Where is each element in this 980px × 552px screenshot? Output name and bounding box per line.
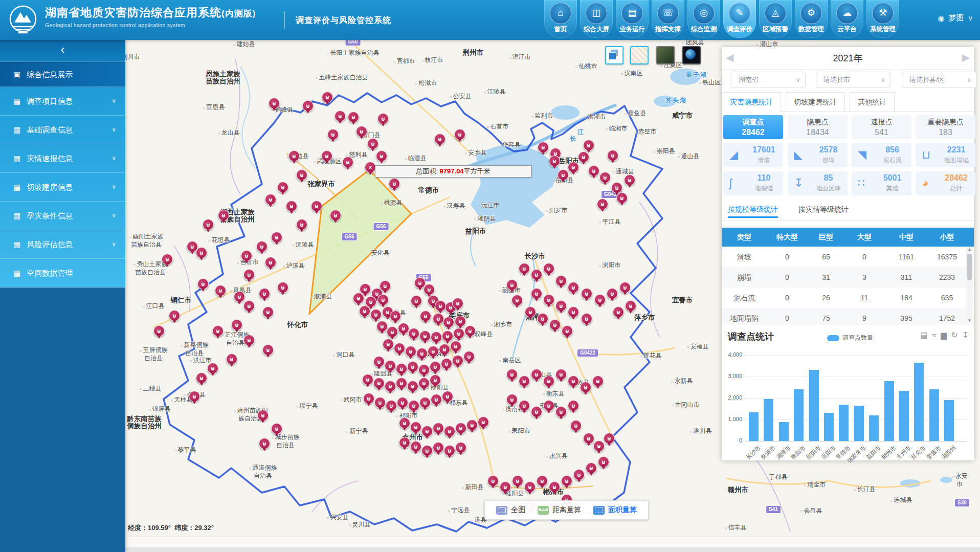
type-card-总计[interactable]: ◕28462总计 [916, 171, 975, 195]
nav-item-数据管理[interactable]: ⚙数据管理 [795, 0, 828, 38]
hazard-point-marker[interactable]: ⊎ [353, 293, 364, 304]
subtab-按灾情等级统计[interactable]: 按灾情等级统计 [798, 201, 849, 218]
hazard-point-marker[interactable]: ⊎ [568, 162, 579, 173]
hazard-point-marker[interactable]: ⊎ [377, 113, 389, 124]
hazard-point-marker[interactable]: ⊎ [568, 282, 579, 293]
hazard-point-marker[interactable]: ⊎ [243, 335, 255, 346]
hazard-point-marker[interactable]: ⊎ [277, 182, 288, 193]
hazard-point-marker[interactable]: ⊎ [583, 140, 594, 151]
hazard-point-marker[interactable]: ⊎ [561, 475, 572, 487]
type-card-滑坡[interactable]: ◢17601滑坡 [723, 143, 783, 167]
hazard-point-marker[interactable]: ⊎ [203, 219, 214, 230]
hazard-point-marker[interactable]: ⊎ [256, 241, 268, 252]
hazard-point-marker[interactable]: ⊎ [399, 437, 410, 448]
hazard-point-marker[interactable]: ⊎ [226, 354, 237, 365]
hazard-point-marker[interactable]: ⊎ [407, 381, 418, 392]
hazard-point-marker[interactable]: ⊎ [453, 328, 464, 339]
layer-switch-button[interactable] [605, 46, 623, 64]
user-name[interactable]: 梦图 [948, 13, 964, 23]
download-icon[interactable]: ↧ [962, 330, 969, 340]
hazard-point-marker[interactable]: ⊎ [330, 210, 341, 221]
hazard-point-marker[interactable]: ⊎ [243, 269, 255, 280]
hazard-point-marker[interactable]: ⊎ [162, 254, 173, 265]
table-scrollbar[interactable]: ▲ ▼ [966, 247, 973, 323]
hazard-point-marker[interactable]: ⊎ [410, 422, 421, 433]
hazard-point-marker[interactable]: ⊎ [398, 323, 409, 334]
sidebar-item-风险评估信息[interactable]: ▦风险评估信息∨ [0, 230, 125, 259]
type-card-崩塌[interactable]: ◣2578崩塌 [788, 143, 848, 167]
hazard-point-marker[interactable]: ⊎ [543, 376, 554, 387]
hazard-point-marker[interactable]: ⊎ [443, 317, 454, 328]
sidebar-collapse-button[interactable]: ‹ [0, 40, 125, 62]
map-tool-距离量算[interactable]: 距离量算 [538, 505, 581, 515]
sidebar-item-切坡建房信息[interactable]: ▦切坡建房信息∨ [0, 173, 125, 202]
hazard-point-marker[interactable]: ⊎ [555, 406, 567, 417]
hazard-point-marker[interactable]: ⊎ [257, 410, 269, 421]
region-select-1[interactable]: 请选择市∨ [816, 72, 890, 88]
hazard-point-marker[interactable]: ⊎ [580, 382, 591, 393]
user-area[interactable]: ◉ 梦图 ∨ [938, 13, 973, 23]
stat-card-调查点[interactable]: 调查点28462 [723, 115, 783, 139]
nav-item-综合监测[interactable]: ◎综合监测 [687, 0, 720, 38]
hazard-point-marker[interactable]: ⊎ [359, 305, 370, 317]
hazard-point-marker[interactable]: ⊎ [431, 332, 442, 343]
eye-icon[interactable]: ◉ [938, 14, 944, 23]
hazard-point-marker[interactable]: ⊎ [234, 291, 245, 302]
table-row[interactable]: 滑坡0650116116375 [722, 247, 974, 267]
hazard-point-marker[interactable]: ⊎ [519, 376, 530, 387]
hazard-point-marker[interactable]: ⊎ [500, 481, 511, 493]
hazard-point-marker[interactable]: ⊎ [586, 462, 597, 474]
refresh-icon[interactable]: ↻ [951, 330, 958, 340]
subtab-按规模等级统计[interactable]: 按规模等级统计 [728, 201, 778, 218]
hazard-point-marker[interactable]: ⊎ [531, 406, 542, 417]
hazard-point-marker[interactable]: ⊎ [568, 400, 579, 411]
hazard-point-marker[interactable]: ⊎ [607, 288, 618, 299]
hazard-point-marker[interactable]: ⊎ [625, 300, 636, 312]
hazard-point-marker[interactable]: ⊎ [511, 295, 523, 306]
hazard-point-marker[interactable]: ⊎ [562, 325, 573, 337]
hazard-point-marker[interactable]: ⊎ [389, 178, 400, 189]
stat-card-速报点[interactable]: 速报点541 [852, 115, 911, 139]
hazard-point-marker[interactable]: ⊎ [442, 391, 453, 402]
nav-item-指挥支撑[interactable]: ☏指挥支撑 [652, 0, 684, 38]
hazard-point-marker[interactable]: ⊎ [519, 263, 530, 274]
hazard-point-marker[interactable]: ⊎ [377, 294, 389, 305]
nav-item-首页[interactable]: ⌂首页 [544, 0, 577, 38]
hazard-point-marker[interactable]: ⊎ [555, 275, 567, 286]
hazard-point-marker[interactable]: ⊎ [599, 172, 611, 183]
hazard-point-marker[interactable]: ⊎ [455, 423, 466, 434]
hazard-point-marker[interactable]: ⊎ [428, 346, 439, 357]
hazard-point-marker[interactable]: ⊎ [594, 294, 606, 305]
hazard-point-marker[interactable]: ⊎ [271, 232, 282, 243]
type-card-地面塌陷[interactable]: ⊔2231地面塌陷 [916, 143, 975, 167]
user-chevron-down-icon[interactable]: ∨ [968, 14, 973, 22]
hazard-point-marker[interactable]: ⊎ [434, 134, 446, 145]
sidebar-item-调查项目信息[interactable]: ▦调查项目信息∨ [0, 87, 125, 116]
hazard-point-marker[interactable]: ⊎ [408, 328, 419, 339]
hazard-point-marker[interactable]: ⊎ [592, 376, 604, 387]
basemap-satellite-thumbnail[interactable] [656, 46, 675, 64]
type-card-泥石流[interactable]: ◥856泥石流 [852, 143, 911, 167]
hazard-point-marker[interactable]: ⊎ [396, 378, 407, 389]
hazard-point-marker[interactable]: ⊎ [397, 397, 408, 408]
hazard-point-marker[interactable]: ⊎ [578, 151, 589, 163]
hazard-point-marker[interactable]: ⊎ [549, 481, 560, 493]
hazard-point-marker[interactable]: ⊎ [478, 416, 489, 428]
hazard-point-marker[interactable]: ⊎ [380, 280, 391, 292]
hazard-point-marker[interactable]: ⊎ [322, 92, 333, 103]
hazard-point-marker[interactable]: ⊎ [543, 263, 554, 274]
hazard-point-marker[interactable]: ⊎ [296, 219, 307, 230]
sidebar-item-综合信息展示[interactable]: ▣综合信息展示 [0, 62, 125, 87]
hazard-point-marker[interactable]: ⊎ [265, 194, 276, 205]
type-card-地面沉降[interactable]: ↧85地面沉降 [788, 171, 848, 195]
hazard-point-marker[interactable]: ⊎ [271, 423, 282, 434]
hazard-point-marker[interactable]: ⊎ [506, 394, 518, 405]
hazard-point-marker[interactable]: ⊎ [598, 456, 609, 468]
hazard-point-marker[interactable]: ⊎ [396, 363, 407, 374]
stat-card-隐患点[interactable]: 隐患点18434 [788, 115, 848, 139]
hazard-point-marker[interactable]: ⊎ [543, 294, 554, 305]
hazard-point-marker[interactable]: ⊎ [269, 98, 280, 109]
hazard-point-marker[interactable]: ⊎ [531, 369, 542, 380]
hazard-point-marker[interactable]: ⊎ [450, 341, 461, 352]
hazard-point-marker[interactable]: ⊎ [487, 475, 499, 487]
